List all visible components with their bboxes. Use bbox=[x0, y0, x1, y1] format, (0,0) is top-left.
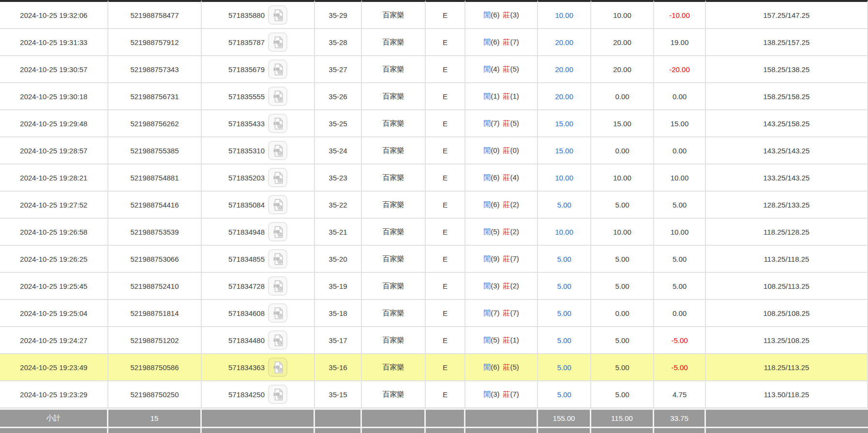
banker-score: (2) bbox=[510, 227, 519, 236]
game-id-text: 571835679 bbox=[228, 65, 265, 74]
video-replay-icon bbox=[271, 117, 284, 130]
game-id-cell: 571835084 bbox=[202, 192, 315, 219]
winloss-cell: 5.00 bbox=[654, 246, 706, 273]
bet-record-row[interactable]: 2024-10-25 19:31:33 521988757912 5718357… bbox=[0, 29, 868, 56]
bet-record-row[interactable]: 2024-10-25 19:29:48 521988756262 5718354… bbox=[0, 110, 868, 137]
game-id-text: 571834608 bbox=[228, 309, 265, 317]
player-score: (3) bbox=[491, 390, 499, 398]
summary-empty-cell bbox=[202, 427, 315, 433]
banker-score: (2) bbox=[510, 200, 519, 209]
video-replay-button[interactable] bbox=[268, 114, 287, 133]
valid-amount-cell: 15.00 bbox=[591, 110, 654, 137]
table-cell: E bbox=[426, 0, 465, 29]
valid-amount-cell: 5.00 bbox=[591, 327, 654, 354]
player-score: (6) bbox=[491, 173, 499, 181]
game-type-cell: 百家樂 bbox=[362, 56, 426, 83]
result-cell: 閒(6)莊(2) bbox=[465, 192, 538, 219]
banker-label: 莊 bbox=[503, 254, 510, 263]
balance-cell: 133.25/143.25 bbox=[706, 164, 868, 192]
game-type-cell: 百家樂 bbox=[362, 137, 426, 164]
summary-valid-cell: 115.00 bbox=[591, 408, 654, 427]
balance-cell: 113.50/118.25 bbox=[706, 381, 868, 408]
video-replay-button[interactable] bbox=[268, 87, 287, 106]
game-id-cell: 571834608 bbox=[202, 300, 315, 327]
game-id-cell: 571834728 bbox=[202, 273, 315, 300]
video-replay-button[interactable] bbox=[268, 5, 287, 25]
time-cell: 2024-10-25 19:26:58 bbox=[0, 219, 108, 246]
summary-label-cell: 小計 bbox=[0, 408, 108, 427]
player-label: 閒 bbox=[483, 38, 491, 46]
banker-score: (7) bbox=[510, 390, 519, 398]
video-replay-button[interactable] bbox=[268, 385, 287, 404]
bet-amount-cell: 20.00 bbox=[538, 56, 591, 83]
bet-id-cell: 521988754881 bbox=[108, 164, 202, 192]
bet-record-row[interactable]: 2024-10-25 19:27:52 521988754416 5718350… bbox=[0, 192, 868, 219]
game-id-text: 571835433 bbox=[228, 119, 265, 128]
round-cell: 35-17 bbox=[315, 327, 362, 354]
winloss-cell: -5.00 bbox=[654, 327, 706, 354]
bet-record-row[interactable]: 2024-10-25 19:23:49 521988750586 5718343… bbox=[0, 354, 868, 381]
result-cell: 閒(0)莊(0) bbox=[465, 137, 538, 164]
video-replay-button[interactable] bbox=[268, 168, 287, 187]
game-type-cell: 百家樂 bbox=[362, 381, 426, 408]
table-cell: E bbox=[426, 246, 465, 273]
game-type-cell: 百家樂 bbox=[362, 0, 426, 29]
bet-id-cell: 521988758477 bbox=[108, 0, 202, 29]
summary-winloss-cell: 33.75 bbox=[654, 408, 706, 427]
summary-bet-cell: 155.00 bbox=[538, 427, 591, 433]
result-cell: 閒(4)莊(5) bbox=[465, 56, 538, 83]
balance-cell: 108.25/113.25 bbox=[706, 273, 868, 300]
balance-cell: 143.25/158.25 bbox=[706, 110, 868, 137]
valid-amount-cell: 10.00 bbox=[591, 164, 654, 192]
video-replay-button[interactable] bbox=[268, 141, 287, 160]
video-replay-button[interactable] bbox=[268, 358, 287, 377]
bet-amount-cell: 5.00 bbox=[538, 192, 591, 219]
summary-empty-cell bbox=[426, 408, 465, 427]
banker-label: 莊 bbox=[503, 92, 510, 100]
bet-id-cell: 521988750586 bbox=[108, 354, 202, 381]
balance-cell: 158.25/158.25 bbox=[706, 83, 868, 110]
summary-row: 總計 15 155.00 115.00 33.75 bbox=[0, 427, 868, 433]
round-cell: 35-25 bbox=[315, 110, 362, 137]
video-replay-icon bbox=[271, 388, 284, 401]
video-replay-button[interactable] bbox=[268, 276, 287, 296]
bet-id-cell: 521988751202 bbox=[108, 327, 202, 354]
video-replay-button[interactable] bbox=[268, 303, 287, 323]
bet-record-row[interactable]: 2024-10-25 19:28:57 521988755385 5718353… bbox=[0, 137, 868, 164]
summary-empty-cell bbox=[706, 408, 868, 427]
balance-cell: 108.25/108.25 bbox=[706, 300, 868, 327]
bet-record-row[interactable]: 2024-10-25 19:26:25 521988753066 5718348… bbox=[0, 246, 868, 273]
video-replay-button[interactable] bbox=[268, 249, 287, 269]
video-replay-button[interactable] bbox=[268, 60, 287, 79]
bet-record-row[interactable]: 2024-10-25 19:28:21 521988754881 5718352… bbox=[0, 164, 868, 192]
video-replay-button[interactable] bbox=[268, 330, 287, 350]
bet-record-row[interactable]: 2024-10-25 19:24:27 521988751202 5718344… bbox=[0, 327, 868, 354]
banker-label: 莊 bbox=[503, 119, 510, 127]
bet-amount-cell: 5.00 bbox=[538, 246, 591, 273]
bet-record-row[interactable]: 2024-10-25 19:32:06 521988758477 5718358… bbox=[0, 0, 868, 29]
video-replay-button[interactable] bbox=[268, 195, 287, 214]
video-replay-button[interactable] bbox=[268, 222, 287, 241]
bet-history-table: 2024-10-25 19:32:06 521988758477 5718358… bbox=[0, 0, 868, 433]
banker-label: 莊 bbox=[503, 227, 510, 236]
bet-record-row[interactable]: 2024-10-25 19:26:58 521988753539 5718349… bbox=[0, 219, 868, 246]
bet-record-row[interactable]: 2024-10-25 19:30:18 521988756731 5718355… bbox=[0, 83, 868, 110]
time-cell: 2024-10-25 19:26:25 bbox=[0, 246, 108, 273]
game-id-cell: 571834948 bbox=[202, 219, 315, 246]
time-cell: 2024-10-25 19:25:45 bbox=[0, 273, 108, 300]
winloss-cell: -20.00 bbox=[654, 56, 706, 83]
video-replay-button[interactable] bbox=[268, 32, 287, 52]
banker-score: (0) bbox=[510, 146, 519, 154]
time-cell: 2024-10-25 19:31:33 bbox=[0, 29, 108, 56]
bet-amount-cell: 5.00 bbox=[538, 300, 591, 327]
game-type-cell: 百家樂 bbox=[362, 192, 426, 219]
bet-record-row[interactable]: 2024-10-25 19:25:04 521988751814 5718346… bbox=[0, 300, 868, 327]
bet-record-row[interactable]: 2024-10-25 19:25:45 521988752410 5718347… bbox=[0, 273, 868, 300]
summary-valid-cell: 115.00 bbox=[591, 427, 654, 433]
game-type-cell: 百家樂 bbox=[362, 300, 426, 327]
bet-record-row[interactable]: 2024-10-25 19:30:57 521988757343 5718356… bbox=[0, 56, 868, 83]
bet-record-row[interactable]: 2024-10-25 19:23:29 521988750250 5718342… bbox=[0, 381, 868, 408]
banker-score: (1) bbox=[510, 92, 519, 100]
player-score: (5) bbox=[491, 227, 499, 236]
valid-amount-cell: 5.00 bbox=[591, 381, 654, 408]
